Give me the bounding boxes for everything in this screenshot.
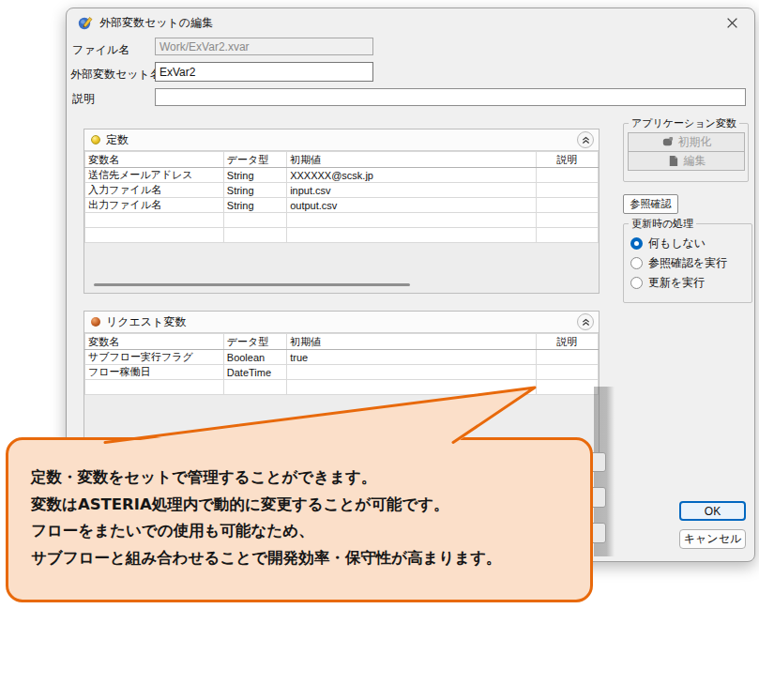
table-row-empty xyxy=(85,228,599,243)
cell-initial-value[interactable]: XXXXXX@scsk.jp xyxy=(287,168,536,183)
cell-variable-name[interactable]: フロー稼働日 xyxy=(85,365,224,380)
radio-run-update[interactable]: 更新を実行 xyxy=(630,275,705,291)
column-header: 初期値 xyxy=(287,334,536,350)
radio-label: 参照確認を実行 xyxy=(648,255,727,271)
column-header: 変数名 xyxy=(85,152,224,168)
column-header: 説明 xyxy=(536,334,598,350)
cell-initial-value[interactable] xyxy=(287,365,536,380)
column-header: データ型 xyxy=(223,334,286,350)
column-header: データ型 xyxy=(223,152,286,168)
initialize-button[interactable]: 初期化 xyxy=(628,132,745,152)
application-variables-label: アプリケーション変数 xyxy=(629,116,739,130)
description-label: 説明 xyxy=(72,91,95,107)
reference-check-button[interactable]: 参照確認 xyxy=(623,194,678,214)
table-row-empty xyxy=(85,213,599,228)
file-name-field xyxy=(155,38,373,55)
cell-description[interactable] xyxy=(536,168,598,183)
column-header: 初期値 xyxy=(287,152,536,168)
cell-data-type[interactable]: String xyxy=(223,198,286,213)
edit-button-label: 編集 xyxy=(684,153,706,169)
dialog-titlebar: 外部変数セットの編集 xyxy=(67,8,754,37)
cell-initial-value[interactable]: output.csv xyxy=(287,198,536,213)
variable-set-edit-icon xyxy=(78,15,93,30)
cell-initial-value[interactable]: input.csv xyxy=(287,183,536,198)
constants-header-row: 変数名 データ型 初期値 説明 xyxy=(85,152,599,168)
edit-icon xyxy=(667,155,679,167)
cell-data-type[interactable]: Boolean xyxy=(223,350,286,365)
update-handling-label: 更新時の処理 xyxy=(629,217,696,231)
variable-set-name-field[interactable] xyxy=(155,62,373,82)
constants-table: 変数名 データ型 初期値 説明 送信先メールアドレス String XXXXXX… xyxy=(84,151,599,243)
callout-line: 変数はASTERIA処理内で動的に変更することが可能です。 xyxy=(31,492,575,519)
cell-description[interactable] xyxy=(536,350,598,365)
edit-button[interactable]: 編集 xyxy=(628,151,745,171)
cell-variable-name[interactable]: 入力ファイル名 xyxy=(85,183,224,198)
cell-variable-name[interactable]: サブフロー実行フラグ xyxy=(85,350,224,365)
request-variables-icon xyxy=(91,317,100,327)
callout-line: サブフローと組み合わせることで開発効率・保守性が高まります。 xyxy=(31,545,575,572)
column-header: 説明 xyxy=(536,152,598,168)
request-variables-panel-header: リクエスト変数 xyxy=(84,312,599,333)
constants-panel-header: 定数 xyxy=(84,129,599,151)
ok-button-label: OK xyxy=(705,505,721,518)
cell-variable-name[interactable]: 出力ファイル名 xyxy=(85,198,224,213)
cancel-button-label: キャンセル xyxy=(684,531,741,547)
callout-line: フローをまたいでの使用も可能なため、 xyxy=(31,518,575,545)
table-row: 出力ファイル名 String output.csv xyxy=(85,198,599,213)
cell-data-type[interactable]: String xyxy=(223,168,286,183)
callout-tail xyxy=(94,383,544,447)
radio-selected-icon[interactable] xyxy=(630,237,643,250)
radio-run-reference-check[interactable]: 参照確認を実行 xyxy=(630,255,727,271)
horizontal-scrollbar[interactable] xyxy=(94,283,410,286)
ok-button[interactable]: OK xyxy=(679,501,746,521)
callout-bubble: 定数・変数をセットで管理することができます。 変数はASTERIA処理内で動的に… xyxy=(6,437,593,602)
constants-panel: 定数 変数名 データ型 初期値 説明 送信先メールアドレス String XXX… xyxy=(83,129,600,294)
table-row: サブフロー実行フラグ Boolean true xyxy=(85,350,599,365)
callout-line: 定数・変数をセットで管理することができます。 xyxy=(31,464,575,492)
table-row: フロー稼働日 DateTime xyxy=(85,365,599,380)
radio-label: 何もしない xyxy=(648,236,706,251)
table-row: 送信先メールアドレス String XXXXXX@scsk.jp xyxy=(85,168,599,183)
cell-description[interactable] xyxy=(536,198,598,213)
cell-description[interactable] xyxy=(536,365,598,380)
constants-title: 定数 xyxy=(106,132,129,148)
cancel-button[interactable]: キャンセル xyxy=(679,529,746,549)
request-variables-title: リクエスト変数 xyxy=(106,314,186,330)
request-header-row: 変数名 データ型 初期値 説明 xyxy=(85,334,599,350)
dialog-title: 外部変数セットの編集 xyxy=(99,15,213,31)
radio-unselected-icon[interactable] xyxy=(630,277,643,289)
cell-initial-value[interactable]: true xyxy=(287,350,536,365)
column-header: 変数名 xyxy=(85,334,224,350)
radio-label: 更新を実行 xyxy=(648,275,705,291)
variable-set-name-label: 外部変数セット名 xyxy=(70,67,161,83)
collapse-request-variables-icon[interactable] xyxy=(577,313,594,330)
cell-data-type[interactable]: String xyxy=(223,183,286,198)
collapse-constants-icon[interactable] xyxy=(577,131,594,148)
update-handling-group: 更新時の処理 何もしない 参照確認を実行 更新を実行 xyxy=(623,223,752,303)
application-variables-group: アプリケーション変数 初期化 編集 xyxy=(623,123,749,182)
table-row: 入力ファイル名 String input.csv xyxy=(85,183,599,198)
file-name-label: ファイル名 xyxy=(72,42,129,58)
description-field[interactable] xyxy=(155,88,746,106)
close-icon[interactable] xyxy=(717,11,747,35)
reference-check-button-label: 参照確認 xyxy=(630,197,672,211)
cell-variable-name[interactable]: 送信先メールアドレス xyxy=(85,168,224,183)
initialize-button-label: 初期化 xyxy=(678,134,712,150)
cell-description[interactable] xyxy=(536,183,598,198)
radio-unselected-icon[interactable] xyxy=(630,257,643,269)
initialize-icon xyxy=(661,136,674,148)
constants-icon xyxy=(91,135,100,145)
cell-data-type[interactable]: DateTime xyxy=(223,365,286,380)
radio-do-nothing[interactable]: 何もしない xyxy=(630,236,706,251)
